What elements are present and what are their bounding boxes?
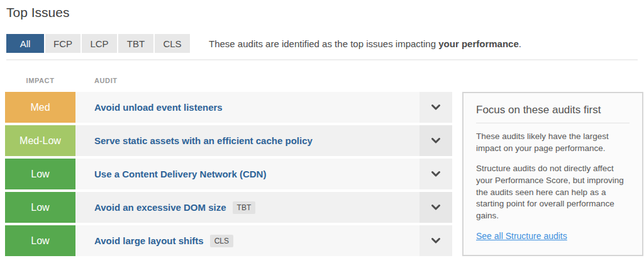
expand-row-button[interactable]	[419, 125, 452, 156]
chevron-down-icon	[431, 104, 441, 111]
audit-row[interactable]: Low Use a Content Delivery Network (CDN)	[5, 159, 452, 189]
impact-badge: Med-Low	[5, 125, 75, 156]
expand-row-button[interactable]	[419, 92, 452, 123]
chevron-down-icon	[431, 237, 441, 245]
audit-title-link[interactable]: Serve static assets with an efficient ca…	[94, 135, 313, 146]
filter-description-bold: your performance	[438, 38, 519, 49]
expand-row-button[interactable]	[419, 192, 452, 223]
impact-badge: Med	[5, 92, 75, 123]
metric-badge: CLS	[210, 235, 233, 247]
audit-title-link[interactable]: Avoid unload event listeners	[94, 102, 223, 113]
audit-row-body: Avoid large layout shifts CLS	[75, 225, 419, 256]
audit-row[interactable]: Med Avoid unload event listeners	[5, 92, 452, 123]
expand-row-button[interactable]	[419, 159, 452, 189]
audit-row[interactable]: Low Avoid an excessive DOM size TBT	[5, 192, 452, 223]
chevron-down-icon	[431, 204, 441, 211]
focus-panel-heading: Focus on these audits first	[476, 104, 630, 116]
audit-row-body: Avoid unload event listeners	[75, 92, 419, 123]
metric-badge: TBT	[233, 201, 256, 214]
audit-row[interactable]: Med-Low Serve static assets with an effi…	[5, 125, 452, 156]
tab-lcp[interactable]: LCP	[82, 34, 117, 53]
tab-all[interactable]: All	[6, 34, 44, 53]
filter-description-suffix: .	[519, 38, 521, 49]
filter-description-prefix: These audits are identified as the top i…	[209, 38, 438, 49]
metric-filter-tabs: AllFCPLCPTBTCLS	[6, 34, 190, 53]
expand-row-button[interactable]	[419, 225, 452, 256]
audit-row-body: Avoid an excessive DOM size TBT	[75, 192, 419, 223]
impact-column-header: IMPACT	[5, 77, 75, 84]
audit-title-link[interactable]: Avoid an excessive DOM size	[94, 202, 226, 213]
page-title: Top Issues	[6, 5, 69, 20]
filter-bar: AllFCPLCPTBTCLS These audits are identif…	[6, 34, 638, 53]
see-all-structure-audits-link[interactable]: See all Structure audits	[476, 231, 567, 241]
tab-fcp[interactable]: FCP	[45, 34, 80, 53]
audit-table-rows: Med Avoid unload event listeners Med-Low…	[5, 92, 452, 259]
audit-row-body: Serve static assets with an efficient ca…	[75, 125, 419, 156]
audit-column-header: AUDIT	[75, 77, 118, 84]
filter-description: These audits are identified as the top i…	[209, 38, 521, 49]
chevron-down-icon	[431, 137, 441, 145]
audit-row[interactable]: Low Avoid large layout shifts CLS	[5, 225, 452, 256]
tab-cls[interactable]: CLS	[155, 34, 190, 53]
focus-panel-paragraph: Structure audits do not directly affect …	[476, 163, 630, 222]
focus-panel-paragraph: These audits likely have the largest imp…	[476, 131, 630, 154]
audit-title-link[interactable]: Use a Content Delivery Network (CDN)	[94, 169, 266, 179]
focus-info-panel: Focus on these audits first These audits…	[462, 92, 643, 256]
audit-row-body: Use a Content Delivery Network (CDN)	[75, 159, 419, 189]
section-divider	[6, 59, 638, 60]
impact-badge: Low	[5, 225, 75, 256]
focus-panel-divider	[476, 123, 630, 123]
table-column-headers: IMPACT AUDIT	[5, 77, 118, 84]
impact-badge: Low	[5, 192, 75, 223]
tab-tbt[interactable]: TBT	[118, 34, 153, 53]
chevron-down-icon	[431, 171, 441, 178]
audit-title-link[interactable]: Avoid large layout shifts	[94, 235, 204, 246]
impact-badge: Low	[5, 159, 75, 189]
